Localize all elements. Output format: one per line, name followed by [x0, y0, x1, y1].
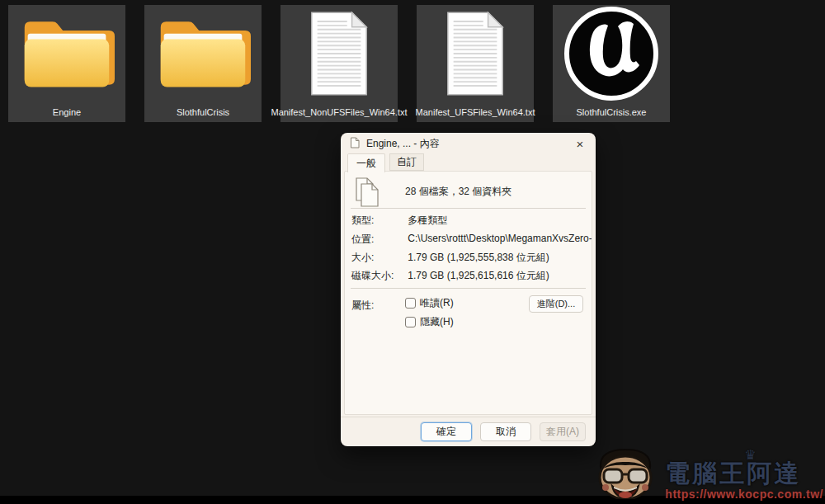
multiple-files-icon: [356, 177, 379, 210]
attributes-label: 屬性:: [351, 299, 405, 313]
cancel-button[interactable]: 取消: [480, 422, 531, 441]
icon-label: SlothfulCrisis: [177, 107, 229, 122]
document-icon: [350, 137, 360, 151]
divider: [351, 208, 586, 209]
field-size-on-disk: 磁碟大小: 1.79 GB (1,925,615,616 位元組): [351, 269, 590, 283]
field-label: 位置:: [351, 233, 405, 247]
field-value: 多種類型: [408, 214, 447, 226]
divider: [351, 288, 586, 289]
icon-label: Engine: [53, 107, 81, 122]
tab-general[interactable]: 一般: [347, 153, 385, 172]
folder-icon: [19, 5, 115, 102]
dialog-tabs: 一般 自訂: [341, 154, 596, 172]
unreal-engine-icon: [562, 5, 661, 102]
apply-button[interactable]: 套用(A): [540, 422, 586, 441]
advanced-button[interactable]: 進階(D)...: [529, 295, 583, 313]
text-file-icon: [307, 5, 371, 102]
tab-panel-general: 28 個檔案，32 個資料夾 類型: 多種類型 位置: C:\Users\rot…: [344, 171, 592, 415]
hidden-checkbox[interactable]: [405, 317, 416, 327]
ok-button[interactable]: 確定: [421, 422, 472, 441]
desktop-icon-engine[interactable]: Engine: [8, 5, 125, 122]
desktop-icon-manifest-nonufs[interactable]: Manifest_NonUFSFiles_Win64.txt: [280, 5, 398, 122]
hidden-row: 隱藏(H): [405, 315, 454, 329]
readonly-label: 唯讀(R): [420, 296, 454, 310]
desktop-icon-manifest-ufs[interactable]: Manifest_UFSFiles_Win64.txt: [417, 5, 534, 122]
desktop: Engine SlothfulCrisis: [0, 0, 825, 504]
contents-summary: 28 個檔案，32 個資料夾: [405, 185, 512, 199]
field-size: 大小: 1.79 GB (1,925,555,838 位元組): [351, 251, 590, 265]
icon-label: Manifest_UFSFiles_Win64.txt: [416, 107, 535, 122]
watermark: ♛ 電腦王阿達 https://www.kocpc.com.tw/: [586, 446, 823, 502]
desktop-icon-slothfulcrisis-exe[interactable]: SlothfulCrisis.exe: [553, 5, 670, 122]
field-label: 大小:: [351, 251, 405, 265]
readonly-checkbox[interactable]: [405, 298, 416, 309]
readonly-row: 唯讀(R): [405, 296, 454, 310]
hidden-label: 隱藏(H): [420, 315, 454, 329]
mascot-face-icon: [586, 446, 665, 502]
dialog-titlebar: Engine, ... - 內容 ×: [341, 133, 596, 154]
field-type: 類型: 多種類型: [351, 214, 590, 228]
tab-customize[interactable]: 自訂: [389, 153, 424, 171]
desktop-icon-slothfulcrisis-folder[interactable]: SlothfulCrisis: [144, 5, 262, 122]
field-label: 磁碟大小:: [351, 269, 405, 283]
field-location: 位置: C:\Users\rottt\Desktop\MegamanXvsZer…: [351, 233, 590, 247]
text-file-icon: [443, 5, 507, 102]
field-value: C:\Users\rottt\Desktop\MegamanXvsZero-V2…: [408, 233, 592, 244]
watermark-url: https://www.kocpc.com.tw/: [665, 488, 823, 501]
dialog-title: Engine, ... - 內容: [366, 137, 440, 151]
close-icon[interactable]: ×: [569, 134, 591, 153]
field-value: 1.79 GB (1,925,615,616 位元組): [408, 270, 549, 281]
icon-label: Manifest_NonUFSFiles_Win64.txt: [271, 107, 407, 122]
folder-icon: [155, 5, 251, 102]
field-value: 1.79 GB (1,925,555,838 位元組): [408, 252, 549, 263]
icon-label: SlothfulCrisis.exe: [577, 107, 647, 122]
watermark-title: 電腦王阿達: [665, 459, 801, 488]
field-label: 類型:: [351, 214, 405, 228]
dialog-footer: 確定 取消 套用(A): [341, 417, 596, 446]
desktop-icons: Engine SlothfulCrisis: [8, 5, 670, 122]
crown-icon: ♛: [744, 449, 756, 462]
properties-dialog: Engine, ... - 內容 × 一般 自訂 28 個檔案，32 個資料夾 …: [341, 133, 596, 446]
